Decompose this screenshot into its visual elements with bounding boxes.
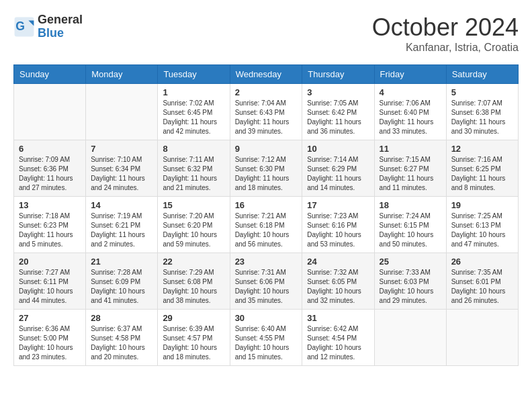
calendar-cell: 9 Sunrise: 7:12 AM Sunset: 6:30 PM Dayli…	[230, 140, 302, 197]
day-number: 30	[235, 313, 298, 323]
sunset-text: Sunset: 6:06 PM	[235, 278, 285, 285]
title-block: October 2024 Kanfanar, Istria, Croatia	[372, 13, 519, 54]
sunrise-text: Sunrise: 7:11 AM	[163, 156, 214, 163]
sunrise-text: Sunrise: 7:14 AM	[307, 156, 358, 163]
sunset-text: Sunset: 6:18 PM	[235, 222, 285, 229]
sunset-text: Sunset: 6:05 PM	[307, 278, 357, 285]
logo-text: General Blue	[38, 13, 83, 40]
daylight-text: Daylight: 10 hours and 20 minutes.	[91, 344, 145, 361]
sunset-text: Sunset: 6:30 PM	[235, 165, 285, 173]
day-number: 7	[91, 144, 152, 154]
sunset-text: Sunset: 6:03 PM	[380, 278, 429, 285]
sunrise-text: Sunrise: 7:20 AM	[163, 212, 214, 220]
day-info: Sunrise: 7:18 AM Sunset: 6:23 PM Dayligh…	[19, 212, 81, 249]
day-info: Sunrise: 7:29 AM Sunset: 6:08 PM Dayligh…	[163, 268, 224, 306]
weekday-header: Friday	[374, 65, 446, 84]
calendar-week-row: 1 Sunrise: 7:02 AM Sunset: 6:45 PM Dayli…	[14, 84, 519, 140]
sunrise-text: Sunrise: 7:10 AM	[91, 156, 142, 163]
weekday-header: Saturday	[446, 65, 518, 84]
day-number: 24	[307, 257, 369, 267]
sunrise-text: Sunrise: 7:23 AM	[307, 212, 358, 220]
calendar-cell: 7 Sunrise: 7:10 AM Sunset: 6:34 PM Dayli…	[86, 140, 158, 197]
sunset-text: Sunset: 6:36 PM	[19, 165, 69, 173]
sunset-text: Sunset: 4:58 PM	[91, 334, 140, 342]
sunrise-text: Sunrise: 6:36 AM	[19, 325, 70, 332]
calendar-cell: 26 Sunrise: 7:35 AM Sunset: 6:01 PM Dayl…	[446, 253, 518, 310]
daylight-text: Daylight: 10 hours and 32 minutes.	[307, 287, 361, 304]
weekday-header: Tuesday	[158, 65, 230, 84]
weekday-header: Thursday	[302, 65, 374, 84]
day-number: 16	[235, 200, 298, 210]
sunset-text: Sunset: 6:23 PM	[19, 222, 69, 229]
day-number: 8	[163, 144, 224, 154]
sunset-text: Sunset: 4:54 PM	[307, 334, 357, 342]
calendar-cell	[86, 84, 158, 140]
logo-line2: Blue	[38, 27, 83, 40]
calendar-cell: 6 Sunrise: 7:09 AM Sunset: 6:36 PM Dayli…	[14, 140, 86, 197]
logo-line1: General	[38, 13, 83, 27]
location: Kanfanar, Istria, Croatia	[372, 42, 519, 54]
sunset-text: Sunset: 6:15 PM	[380, 222, 429, 229]
calendar-cell: 28 Sunrise: 6:37 AM Sunset: 4:58 PM Dayl…	[86, 310, 158, 366]
calendar-cell: 30 Sunrise: 6:40 AM Sunset: 4:55 PM Dayl…	[230, 310, 302, 366]
sunset-text: Sunset: 6:21 PM	[91, 222, 140, 229]
daylight-text: Daylight: 10 hours and 41 minutes.	[91, 287, 145, 304]
calendar-cell: 31 Sunrise: 6:42 AM Sunset: 4:54 PM Dayl…	[302, 310, 374, 366]
calendar-cell: 27 Sunrise: 6:36 AM Sunset: 5:00 PM Dayl…	[14, 310, 86, 366]
daylight-text: Daylight: 10 hours and 12 minutes.	[307, 344, 361, 361]
daylight-text: Daylight: 10 hours and 44 minutes.	[19, 287, 73, 304]
day-number: 27	[19, 313, 81, 323]
daylight-text: Daylight: 11 hours and 36 minutes.	[307, 118, 361, 135]
day-number: 21	[91, 257, 152, 267]
page-header: G General Blue October 2024 Kanfanar, Is…	[13, 13, 519, 54]
daylight-text: Daylight: 11 hours and 30 minutes.	[451, 118, 506, 135]
day-info: Sunrise: 7:27 AM Sunset: 6:11 PM Dayligh…	[19, 268, 81, 306]
daylight-text: Daylight: 11 hours and 18 minutes.	[235, 175, 290, 191]
svg-text:G: G	[15, 19, 25, 33]
day-number: 28	[91, 313, 152, 323]
month-title: October 2024	[372, 13, 519, 42]
sunset-text: Sunset: 6:11 PM	[19, 278, 69, 285]
daylight-text: Daylight: 10 hours and 59 minutes.	[163, 231, 217, 248]
day-number: 12	[451, 144, 513, 154]
sunrise-text: Sunrise: 7:25 AM	[451, 212, 502, 220]
daylight-text: Daylight: 10 hours and 53 minutes.	[307, 231, 361, 248]
daylight-text: Daylight: 11 hours and 14 minutes.	[307, 175, 361, 191]
daylight-text: Daylight: 10 hours and 15 minutes.	[235, 344, 290, 361]
sunrise-text: Sunrise: 7:07 AM	[451, 99, 502, 107]
calendar-cell: 18 Sunrise: 7:24 AM Sunset: 6:15 PM Dayl…	[374, 197, 446, 253]
sunrise-text: Sunrise: 7:24 AM	[380, 212, 431, 220]
sunset-text: Sunset: 6:13 PM	[451, 222, 501, 229]
day-number: 18	[380, 200, 441, 210]
day-number: 23	[235, 257, 298, 267]
calendar-cell: 5 Sunrise: 7:07 AM Sunset: 6:38 PM Dayli…	[446, 84, 518, 140]
calendar-cell: 3 Sunrise: 7:05 AM Sunset: 6:42 PM Dayli…	[302, 84, 374, 140]
daylight-text: Daylight: 10 hours and 29 minutes.	[380, 287, 434, 304]
daylight-text: Daylight: 10 hours and 23 minutes.	[19, 344, 73, 361]
day-number: 9	[235, 144, 298, 154]
day-number: 19	[451, 200, 513, 210]
day-number: 22	[163, 257, 224, 267]
sunset-text: Sunset: 6:09 PM	[91, 278, 140, 285]
sunrise-text: Sunrise: 6:42 AM	[307, 325, 358, 332]
sunrise-text: Sunrise: 7:18 AM	[19, 212, 70, 220]
day-info: Sunrise: 7:25 AM Sunset: 6:13 PM Dayligh…	[451, 212, 513, 249]
day-number: 13	[19, 200, 81, 210]
daylight-text: Daylight: 10 hours and 26 minutes.	[451, 287, 506, 304]
sunrise-text: Sunrise: 7:33 AM	[380, 269, 431, 276]
sunrise-text: Sunrise: 7:12 AM	[235, 156, 286, 163]
day-info: Sunrise: 6:39 AM Sunset: 4:57 PM Dayligh…	[163, 324, 224, 362]
day-info: Sunrise: 7:15 AM Sunset: 6:27 PM Dayligh…	[380, 155, 441, 193]
daylight-text: Daylight: 11 hours and 11 minutes.	[380, 175, 434, 191]
sunrise-text: Sunrise: 6:37 AM	[91, 325, 142, 332]
calendar-week-row: 27 Sunrise: 6:36 AM Sunset: 5:00 PM Dayl…	[14, 310, 519, 366]
calendar-cell: 17 Sunrise: 7:23 AM Sunset: 6:16 PM Dayl…	[302, 197, 374, 253]
day-info: Sunrise: 7:16 AM Sunset: 6:25 PM Dayligh…	[451, 155, 513, 193]
weekday-header: Sunday	[14, 65, 86, 84]
sunrise-text: Sunrise: 7:06 AM	[380, 99, 431, 107]
day-info: Sunrise: 7:07 AM Sunset: 6:38 PM Dayligh…	[451, 99, 513, 136]
day-info: Sunrise: 7:19 AM Sunset: 6:21 PM Dayligh…	[91, 212, 152, 249]
calendar-cell: 13 Sunrise: 7:18 AM Sunset: 6:23 PM Dayl…	[14, 197, 86, 253]
daylight-text: Daylight: 10 hours and 47 minutes.	[451, 231, 506, 248]
sunset-text: Sunset: 5:00 PM	[19, 334, 69, 342]
